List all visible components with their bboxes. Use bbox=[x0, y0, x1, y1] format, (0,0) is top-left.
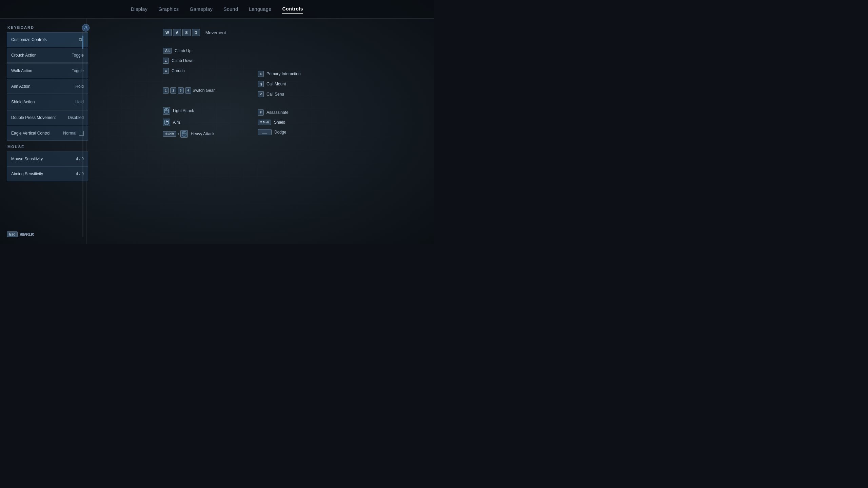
shield-action-item[interactable]: Shield Action Hold bbox=[7, 95, 88, 109]
assassinate-keys: F bbox=[258, 109, 264, 116]
primary-interaction-keys: E bbox=[258, 71, 264, 77]
e-key: E bbox=[258, 71, 264, 77]
mouse-sensitivity-item[interactable]: Mouse Sensitivity 4 / 9 bbox=[7, 151, 88, 166]
call-senu-label: Call Senu bbox=[267, 92, 284, 97]
heavy-attack-row: ⇧Shift + Heavy Attack bbox=[163, 129, 237, 139]
assassinate-row: F Assassinate bbox=[258, 108, 332, 117]
crouch-row: C Crouch bbox=[163, 66, 237, 75]
aiming-sensitivity-label: Aiming Sensitivity bbox=[11, 171, 73, 176]
crouch-action-label: Crouch Action bbox=[11, 53, 69, 58]
climb-up-keys: Alt bbox=[163, 48, 172, 54]
dodge-label: Dodge bbox=[274, 130, 286, 135]
v-key: V bbox=[258, 91, 264, 97]
double-press-item[interactable]: Double Press Movement Disabled bbox=[7, 110, 88, 125]
top-navigation: Display Graphics Gameplay Sound Language… bbox=[0, 0, 434, 19]
customize-controls-label: Customize Controls bbox=[11, 37, 78, 42]
right-action-col: E Primary Interaction Q Call Mount bbox=[258, 69, 332, 139]
back-label: BACK bbox=[20, 232, 35, 237]
key-d: D bbox=[192, 29, 200, 36]
aim-label: Aim bbox=[173, 120, 180, 125]
nav-language[interactable]: Language bbox=[249, 6, 271, 13]
crouch-action-item[interactable]: Crouch Action Toggle bbox=[7, 48, 88, 63]
shift-key-shield: ⇧Shift bbox=[258, 120, 271, 125]
heavy-attack-keys: ⇧Shift + bbox=[163, 130, 188, 138]
climb-down-label: Climb Down bbox=[172, 58, 194, 63]
walk-action-item[interactable]: Walk Action Toggle bbox=[7, 63, 88, 78]
space-key: ___ bbox=[258, 129, 272, 135]
scroll-thumb bbox=[82, 36, 83, 49]
f-key: F bbox=[258, 109, 264, 116]
aim-row: Aim bbox=[163, 117, 237, 127]
action-columns: Alt Climb Up C Climb Down C bbox=[163, 46, 359, 139]
alt-key: Alt bbox=[163, 48, 172, 54]
heavy-attack-label: Heavy Attack bbox=[191, 131, 214, 136]
crouch-label: Crouch bbox=[172, 68, 185, 73]
key-3: 3 bbox=[178, 87, 184, 94]
scroll-track[interactable] bbox=[82, 25, 83, 237]
back-key-badge: Esc bbox=[7, 231, 18, 237]
dodge-keys: ___ bbox=[258, 129, 272, 135]
rmb-icon bbox=[163, 119, 170, 126]
primary-interaction-row: E Primary Interaction bbox=[258, 69, 332, 78]
key-w: W bbox=[163, 29, 172, 36]
nav-sound[interactable]: Sound bbox=[223, 6, 238, 13]
movement-area: W A S D Movement bbox=[163, 29, 359, 36]
key-1: 1 bbox=[163, 87, 169, 94]
c-key-crouch: C bbox=[163, 68, 169, 74]
call-mount-row: Q Call Mount bbox=[258, 80, 332, 88]
climb-up-label: Climb Up bbox=[175, 48, 191, 53]
aim-action-item[interactable]: Aim Action Hold bbox=[7, 79, 88, 94]
c-key-climb: C bbox=[163, 58, 169, 64]
col-divider-1 bbox=[163, 77, 237, 83]
nav-gameplay[interactable]: Gameplay bbox=[190, 6, 213, 13]
light-attack-row: Light Attack bbox=[163, 106, 237, 116]
nav-controls[interactable]: Controls bbox=[282, 6, 303, 14]
mouse-sensitivity-label: Mouse Sensitivity bbox=[11, 157, 73, 161]
aim-keys bbox=[163, 119, 170, 126]
plus-sign: + bbox=[177, 132, 179, 136]
dodge-row: ___ Dodge bbox=[258, 128, 332, 137]
shift-key-heavy: ⇧Shift bbox=[163, 131, 176, 137]
primary-interaction-label: Primary Interaction bbox=[267, 72, 301, 76]
eagle-vertical-value: Normal bbox=[63, 131, 76, 136]
shield-row: ⇧Shift Shield bbox=[258, 118, 332, 126]
shield-action-label: Shield Action bbox=[11, 100, 73, 104]
call-senu-row: V Call Senu bbox=[258, 90, 332, 99]
aiming-sensitivity-item[interactable]: Aiming Sensitivity 4 / 9 bbox=[7, 166, 88, 181]
eagle-vertical-item[interactable]: Eagle Vertical Control Normal bbox=[7, 126, 88, 141]
key-s: S bbox=[182, 29, 190, 36]
scroll-indicator bbox=[81, 25, 84, 237]
wasd-group: W A S D bbox=[163, 29, 200, 36]
profile-icon bbox=[82, 24, 90, 32]
nav-display[interactable]: Display bbox=[131, 6, 147, 13]
walk-action-label: Walk Action bbox=[11, 68, 69, 73]
keyboard-section-label: KEYBOARD bbox=[7, 25, 88, 29]
customize-controls-item[interactable]: Customize Controls ⧉ bbox=[7, 32, 88, 47]
eagle-vertical-label: Eagle Vertical Control bbox=[11, 131, 60, 136]
mouse-section: MOUSE Mouse Sensitivity 4 / 9 Aiming Sen… bbox=[7, 145, 88, 181]
call-mount-label: Call Mount bbox=[267, 82, 286, 86]
shield-keys: ⇧Shift bbox=[258, 120, 271, 125]
left-action-col: Alt Climb Up C Climb Down C bbox=[163, 46, 237, 139]
call-senu-keys: V bbox=[258, 91, 264, 97]
nav-graphics[interactable]: Graphics bbox=[158, 6, 179, 13]
switch-gear-label: Switch Gear bbox=[193, 88, 215, 93]
lmb-icon bbox=[163, 107, 170, 115]
climb-down-row: C Climb Down bbox=[163, 56, 237, 65]
q-key: Q bbox=[258, 81, 264, 87]
shield-label: Shield bbox=[274, 120, 285, 125]
col-divider-2 bbox=[163, 98, 237, 104]
light-attack-label: Light Attack bbox=[173, 108, 194, 113]
key-2: 2 bbox=[170, 87, 176, 94]
switch-gear-row: 1 2 3 4 Switch Gear bbox=[163, 87, 237, 94]
back-button[interactable]: Esc BACK bbox=[7, 231, 34, 237]
settings-list: Customize Controls ⧉ Crouch Action Toggl… bbox=[7, 32, 88, 228]
assassinate-label: Assassinate bbox=[267, 110, 289, 115]
mouse-section-label: MOUSE bbox=[7, 145, 88, 149]
movement-label: Movement bbox=[205, 30, 226, 35]
main-content: KEYBOARD Customize Controls ⧉ Crouch Act… bbox=[0, 19, 434, 244]
light-attack-keys bbox=[163, 107, 170, 115]
key-a: A bbox=[173, 29, 181, 36]
left-panel: KEYBOARD Customize Controls ⧉ Crouch Act… bbox=[0, 19, 88, 244]
svg-point-0 bbox=[85, 26, 87, 28]
